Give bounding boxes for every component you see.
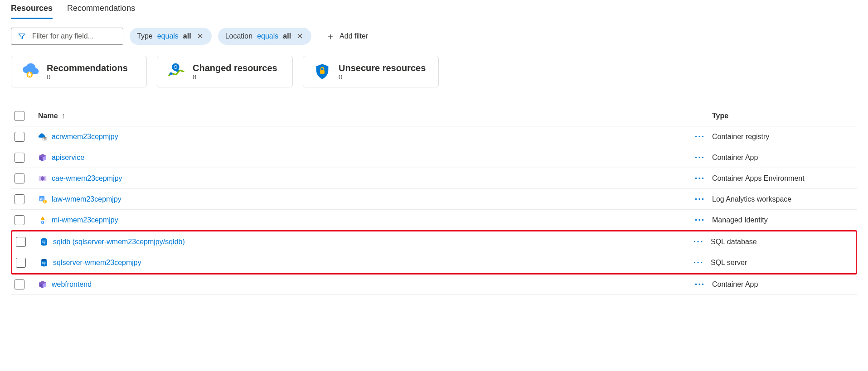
filter-icon	[18, 32, 26, 40]
sort-arrow-icon: ↑	[62, 112, 65, 120]
container-app-icon	[38, 153, 47, 162]
table-row: SQL sqldb (sqlserver-wmem23cepmjpy/sqldb…	[12, 231, 856, 252]
card-recs-count: 0	[47, 73, 128, 81]
managed-identity-icon	[38, 216, 47, 225]
table-row: cae-wmem23cepmjpy ··· Container Apps Env…	[11, 168, 857, 189]
svg-rect-13	[42, 197, 43, 200]
filter-pill-type[interactable]: Type equals all ✕	[130, 28, 212, 45]
card-changed-count: 8	[193, 73, 277, 81]
card-unsecure-count: 0	[339, 73, 426, 81]
pill-type-val: all	[183, 32, 191, 40]
filter-input-wrap[interactable]	[11, 28, 123, 45]
svg-rect-16	[44, 200, 45, 202]
tabs: Resources Recommendations	[11, 0, 857, 19]
resource-type: Container Apps Environment	[712, 174, 857, 183]
row-more-button[interactable]: ···	[688, 173, 712, 183]
resource-link[interactable]: webfrontend	[52, 280, 92, 289]
row-checkbox[interactable]	[16, 258, 26, 268]
row-more-button[interactable]: ···	[688, 215, 712, 225]
sql-server-icon: SQL	[39, 258, 48, 267]
table-row: mi-wmem23cepmjpy ··· Managed Identity	[11, 210, 857, 231]
container-app-icon	[38, 280, 47, 289]
resource-link[interactable]: law-wmem23cepmjpy	[52, 195, 121, 203]
container-env-icon	[38, 174, 47, 183]
add-filter-button[interactable]: ＋ Add filter	[318, 28, 376, 45]
row-checkbox[interactable]	[15, 132, 24, 142]
row-checkbox[interactable]	[15, 215, 24, 225]
resource-type: SQL database	[711, 238, 856, 246]
resource-link[interactable]: sqldb (sqlserver-wmem23cepmjpy/sqldb)	[53, 238, 185, 246]
table-row: law-wmem23cepmjpy ··· Log Analytics work…	[11, 189, 857, 210]
row-more-button[interactable]: ···	[688, 152, 712, 163]
card-unsecure-title: Unsecure resources	[339, 63, 426, 73]
row-checkbox[interactable]	[15, 173, 24, 183]
row-more-button[interactable]: ···	[686, 257, 711, 268]
svg-point-1	[170, 72, 173, 76]
resource-link[interactable]: mi-wmem23cepmjpy	[52, 216, 118, 224]
svg-text:SQL: SQL	[42, 241, 46, 243]
svg-rect-4	[320, 70, 325, 74]
svg-rect-8	[43, 139, 44, 140]
select-all-checkbox[interactable]	[15, 111, 24, 121]
row-checkbox[interactable]	[15, 279, 24, 289]
summary-cards: Recommendations 0 Changed resources 8	[11, 56, 857, 87]
row-checkbox[interactable]	[15, 153, 24, 163]
card-changed-title: Changed resources	[193, 63, 277, 73]
filter-input[interactable]	[31, 32, 116, 41]
row-checkbox[interactable]	[15, 194, 24, 204]
table-header-row: Name ↑ Type	[11, 106, 857, 126]
table-row: apiservice ··· Container App	[11, 147, 857, 168]
svg-rect-12	[40, 198, 41, 200]
pill-type-close-icon[interactable]: ✕	[196, 31, 204, 41]
card-changed[interactable]: Changed resources 8	[157, 56, 293, 87]
resource-type: Container App	[712, 280, 857, 289]
svg-rect-19	[42, 222, 43, 223]
plus-icon: ＋	[326, 30, 335, 43]
col-name[interactable]: Name	[38, 112, 58, 120]
pill-loc-op: equals	[257, 32, 278, 40]
resource-link[interactable]: acrwmem23cepmjpy	[52, 133, 118, 141]
resource-type: Log Analytics workspace	[712, 195, 857, 203]
changed-icon	[167, 63, 185, 81]
resource-type: Container App	[712, 154, 857, 162]
resource-link[interactable]: apiservice	[52, 154, 84, 162]
log-analytics-icon	[38, 195, 47, 204]
sql-db-icon: SQL	[39, 237, 48, 246]
tab-resources[interactable]: Resources	[11, 0, 53, 19]
svg-point-20	[41, 238, 47, 240]
table-row: acrwmem23cepmjpy ··· Container registry	[11, 126, 857, 147]
resource-type: Managed Identity	[712, 216, 857, 224]
container-registry-icon	[38, 132, 47, 141]
svg-point-3	[172, 63, 179, 71]
tab-recommendations[interactable]: Recommendations	[67, 0, 135, 19]
row-more-button[interactable]: ···	[688, 131, 712, 142]
pill-loc-label: Location	[225, 32, 253, 40]
pill-loc-val: all	[283, 32, 291, 40]
resource-type: SQL server	[711, 259, 856, 267]
svg-rect-9	[44, 139, 46, 140]
svg-rect-14	[43, 198, 44, 200]
card-unsecure[interactable]: Unsecure resources 0	[303, 56, 439, 87]
unsecure-icon	[313, 63, 331, 81]
row-checkbox[interactable]	[16, 237, 26, 247]
row-more-button[interactable]: ···	[688, 194, 712, 204]
row-more-button[interactable]: ···	[686, 236, 711, 247]
card-recommendations[interactable]: Recommendations 0	[11, 56, 147, 87]
pill-type-op: equals	[157, 32, 179, 40]
svg-text:SQL: SQL	[42, 261, 46, 264]
table-row: webfrontend ··· Container App	[11, 274, 857, 295]
resource-link[interactable]: sqlserver-wmem23cepmjpy	[53, 259, 141, 267]
filter-bar: Type equals all ✕ Location equals all ✕ …	[11, 28, 857, 45]
pill-type-label: Type	[137, 32, 153, 40]
resources-table: Name ↑ Type acrwmem23cepmjpy ··· Contain…	[11, 106, 857, 295]
recommendations-icon	[21, 63, 39, 81]
pill-loc-close-icon[interactable]: ✕	[296, 31, 304, 41]
filter-pill-location[interactable]: Location equals all ✕	[218, 28, 311, 45]
svg-rect-17	[44, 202, 45, 203]
add-filter-label: Add filter	[339, 32, 368, 40]
col-type[interactable]: Type	[712, 112, 857, 120]
resource-link[interactable]: cae-wmem23cepmjpy	[52, 174, 122, 183]
svg-point-22	[41, 259, 47, 261]
resource-type: Container registry	[712, 133, 857, 141]
row-more-button[interactable]: ···	[688, 279, 712, 289]
